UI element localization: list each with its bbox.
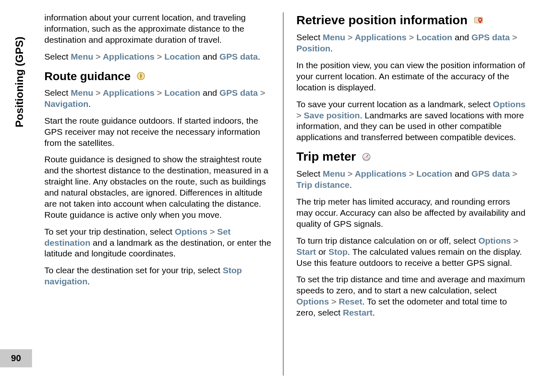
- nav-navigation: Navigation: [44, 99, 88, 108]
- intro-paragraph: information about your current location,…: [44, 12, 276, 46]
- nav-applications: Applications: [103, 88, 154, 97]
- stop-navigation-paragraph: To clear the destination set for your tr…: [44, 265, 276, 287]
- trip-meter-heading: Trip meter: [297, 149, 529, 165]
- nav-sep: >: [510, 169, 517, 178]
- nav-applications: Applications: [103, 52, 154, 61]
- svg-rect-5: [364, 158, 369, 159]
- nav-gpsdata: GPS data: [219, 88, 258, 97]
- nav-location: Location: [164, 88, 200, 97]
- nav-sep: >: [154, 88, 164, 97]
- nav-sep: >: [207, 227, 217, 236]
- nav-position: Position: [297, 44, 331, 53]
- trip-onoff-paragraph: To turn trip distance calculation on or …: [297, 235, 529, 269]
- nav-sep: >: [510, 32, 517, 42]
- nav-menu: Menu: [323, 32, 345, 42]
- and-word: and: [452, 32, 472, 42]
- and-word: and: [200, 88, 220, 97]
- select-word: Select: [297, 32, 323, 42]
- nav-gpsdata: GPS data: [219, 52, 258, 61]
- nav-location: Location: [164, 52, 200, 61]
- nav-menu: Menu: [323, 169, 345, 178]
- nav-applications: Applications: [355, 32, 407, 42]
- heading-text: Retrieve position information: [297, 13, 468, 27]
- text: To turn trip distance calculation on or …: [297, 236, 479, 245]
- text: To set the trip distance and time and av…: [297, 274, 525, 295]
- options-key: Options: [493, 99, 525, 109]
- save-position-key: Save position: [304, 111, 360, 120]
- right-column: Retrieve position information Select Men…: [297, 12, 529, 376]
- period: .: [258, 52, 260, 61]
- compass-icon: [136, 69, 145, 84]
- nav-sep: >: [345, 169, 355, 178]
- left-column: information about your current location,…: [44, 12, 283, 376]
- svg-point-3: [479, 19, 481, 21]
- nav-sep: >: [93, 52, 103, 61]
- stop-key: Stop: [329, 247, 348, 256]
- options-key: Options: [175, 227, 207, 236]
- restart-key: Restart: [343, 308, 373, 317]
- nav-path-position: Select Menu > Applications > Location an…: [297, 32, 529, 54]
- nav-path-gpsdata: Select Menu > Applications > Location an…: [44, 51, 276, 62]
- route-start-paragraph: Start the route guidance outdoors. If st…: [44, 115, 276, 149]
- content-columns: information about your current location,…: [44, 12, 528, 376]
- nav-applications: Applications: [355, 169, 407, 178]
- nav-sep: >: [297, 111, 304, 120]
- select-word: Select: [44, 88, 71, 97]
- nav-sep: >: [345, 32, 355, 42]
- or-word: or: [316, 247, 328, 256]
- text: To clear the destination set for your tr…: [44, 265, 223, 275]
- nav-sep: >: [329, 297, 339, 306]
- period: .: [88, 99, 91, 108]
- nav-location: Location: [416, 169, 453, 178]
- nav-sep: >: [407, 32, 416, 42]
- save-landmark-paragraph: To save your current location as a landm…: [297, 99, 529, 143]
- page: Positioning (GPS) 90 information about y…: [0, 0, 543, 392]
- map-pin-icon: [474, 13, 483, 29]
- text: To save your current location as a landm…: [297, 99, 493, 109]
- nav-sep: >: [258, 88, 265, 97]
- nav-trip-distance: Trip distance: [297, 180, 350, 189]
- period: .: [350, 180, 352, 189]
- reset-key: Reset: [339, 297, 362, 306]
- options-key: Options: [479, 236, 511, 245]
- nav-path-navigation: Select Menu > Applications > Location an…: [44, 88, 276, 110]
- and-word: and: [200, 52, 220, 61]
- period: .: [373, 308, 375, 317]
- period: .: [330, 44, 333, 53]
- nav-sep: >: [93, 88, 103, 97]
- nav-gpsdata: GPS data: [472, 169, 510, 178]
- heading-text: Route guidance: [44, 70, 131, 83]
- retrieve-position-heading: Retrieve position information: [297, 12, 529, 29]
- nav-menu: Menu: [71, 88, 93, 97]
- nav-sep: >: [154, 52, 164, 61]
- route-guidance-heading: Route guidance: [44, 69, 276, 85]
- and-word: and: [452, 169, 472, 178]
- options-key: Options: [297, 297, 329, 306]
- nav-sep: >: [407, 169, 416, 178]
- select-word: Select: [297, 169, 323, 178]
- nav-path-trip: Select Menu > Applications > Location an…: [297, 168, 529, 191]
- start-key: Start: [297, 247, 316, 256]
- odometer-icon: [362, 150, 371, 165]
- trip-reset-paragraph: To set the trip distance and time and av…: [297, 274, 529, 318]
- nav-sep: >: [511, 236, 518, 245]
- nav-location: Location: [416, 32, 453, 42]
- heading-text: Trip meter: [297, 150, 356, 163]
- text: To set your trip destination, select: [44, 227, 175, 236]
- period: .: [87, 277, 90, 286]
- set-destination-paragraph: To set your trip destination, select Opt…: [44, 226, 276, 260]
- route-design-paragraph: Route guidance is designed to show the s…: [44, 154, 276, 220]
- nav-menu: Menu: [71, 52, 93, 61]
- position-view-paragraph: In the position view, you can view the p…: [297, 60, 529, 93]
- section-tab: Positioning (GPS): [13, 8, 32, 129]
- nav-gpsdata: GPS data: [472, 32, 510, 42]
- page-number: 90: [0, 349, 32, 367]
- trip-accuracy-paragraph: The trip meter has limited accuracy, and…: [297, 196, 529, 230]
- select-word: Select: [44, 52, 71, 61]
